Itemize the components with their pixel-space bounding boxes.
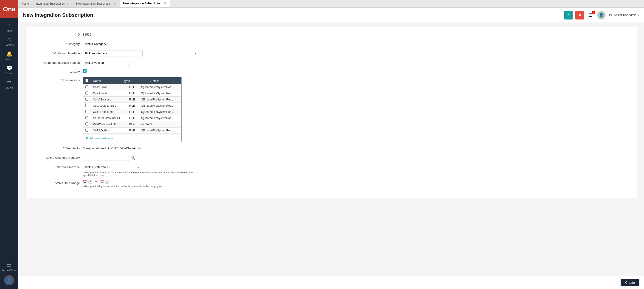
end-date-calendar-button[interactable]: 📅 [100, 180, 104, 184]
dest-row-details: ${SharedFileSystemRoo... [139, 115, 182, 121]
sidebar-item-switch[interactable]: ⇄ Switch [0, 77, 18, 91]
content-area: * ID: 82565 * Category: Pick a Category … [18, 22, 644, 276]
dest-row-checkbox[interactable] [86, 85, 88, 88]
ignore-changes-input[interactable] [83, 155, 129, 161]
dest-row-checkbox[interactable] [86, 104, 88, 107]
user-name: ONEIValueChainAdmin [608, 13, 636, 17]
start-time-button[interactable]: 🕐 [88, 180, 92, 184]
execute-as-label: * Execute As: [32, 145, 83, 150]
add-destination-link[interactable]: ⊕ Add new destination [83, 135, 182, 142]
user-avatar-bottom[interactable]: 👤 [4, 275, 14, 285]
timezone-note: When provide, Preferred Timezone will fo… [83, 171, 198, 177]
dest-row-check-cell [83, 90, 91, 97]
dest-row-details: ${SharedFileSystemRoo... [139, 84, 182, 90]
date-range-note: When provided, your subscription will on… [83, 185, 198, 188]
avatar: 👤 [597, 11, 606, 19]
sidebar-item-menus[interactable]: ☰ Menus/Favs [0, 260, 18, 274]
tab-integration-subscription-close[interactable]: ✕ [67, 2, 70, 5]
tab-home[interactable]: Home [18, 0, 32, 7]
ignore-changes-search-button[interactable]: 🔍 [130, 155, 136, 161]
dest-row-name: CustAError [91, 84, 127, 90]
table-row: CARAOutbox FILE ${SharedFileSystemRoo... [83, 128, 182, 134]
ignore-changes-label: Ignore Changes Made By: [32, 155, 83, 159]
form-row-id: * ID: 82565 [32, 31, 630, 38]
tabbar: Home Integration Subscription ✕ New Inte… [18, 0, 644, 7]
category-select-wrap: Pick a Category ▾ [83, 41, 112, 47]
end-time-button[interactable]: 🕐 [105, 180, 109, 184]
form-row-active: Active?: [32, 69, 630, 74]
id-label: * ID: [32, 31, 83, 36]
dest-row-check-cell [83, 97, 91, 103]
dest-row-checkbox[interactable] [86, 122, 88, 125]
sidebar-item-switch-label: Switch [6, 86, 13, 89]
destinations-body-table: CustAError FILE ${SharedFileSystemRoo...… [83, 84, 182, 135]
form-row-execute-as: * Execute As: TransportationAdmin/ONEIVa… [32, 145, 630, 151]
sidebar-bottom: ☰ Menus/Favs 👤 [0, 260, 18, 289]
sidebar-item-home[interactable]: ⌂ Home [0, 20, 18, 34]
plus-circle-icon: ⊕ [86, 136, 88, 140]
tab-nis1-label: New Integration Subscription [76, 2, 111, 5]
dest-col-type: Type [121, 77, 148, 84]
dest-row-name: CustASuccess [91, 97, 127, 103]
dest-row-type: FILE [127, 90, 139, 97]
page-title: New Integration Subscription [23, 12, 93, 18]
close-button[interactable]: ✕ [575, 11, 584, 19]
dest-row-type: FILE [127, 97, 139, 103]
close-icon: ✕ [578, 13, 582, 18]
start-date-calendar-button[interactable]: 📅 [83, 180, 87, 184]
home-icon: ⌂ [8, 22, 10, 28]
destinations-wrap: Name Type Details CustAError [83, 77, 630, 142]
dest-row-details: ${SharedFileSystemRoo... [139, 90, 182, 97]
table-row: CustAError FILE ${SharedFileSystemRoo... [83, 84, 182, 90]
dest-row-check-cell [83, 84, 91, 90]
destinations-table-body: CustAError FILE ${SharedFileSystemRoo...… [83, 84, 182, 135]
execute-as-value: TransportationAdmin/ONEIValueChainAdmin [83, 145, 142, 151]
menu-button[interactable]: ☰ 1 [586, 11, 595, 19]
date-range-label: Active Date Range: [32, 180, 83, 185]
problems-icon: ⚠ [7, 37, 12, 43]
dest-row-name: CustAFatal [91, 90, 127, 97]
tab-integration-subscription[interactable]: Integration Subscription ✕ [32, 0, 73, 7]
tab-nis2-label: New Integration Subscription [123, 2, 162, 5]
outbound-version-control-wrap: Pick a Version ▾ [83, 60, 198, 66]
table-row: CarrierAOutboundEDI FILE ${SharedFileSys… [83, 115, 182, 121]
create-button[interactable]: Create [620, 279, 640, 286]
destinations-table-container: Name Type Details CustAError [83, 77, 182, 142]
dest-row-checkbox[interactable] [86, 98, 88, 101]
tab-nis2-close[interactable]: ✕ [164, 1, 166, 5]
dest-row-checkbox[interactable] [86, 110, 88, 113]
sidebar-item-chats[interactable]: 💬 Chats [0, 63, 18, 77]
timezone-select[interactable]: Pick a preferred TZ [83, 164, 140, 170]
dest-row-checkbox[interactable] [86, 91, 88, 94]
active-checkbox[interactable] [83, 69, 86, 73]
dest-row-checkbox[interactable] [86, 116, 88, 119]
refresh-icon: ↻ [567, 13, 570, 18]
outbound-version-select[interactable]: Pick a Version [83, 60, 129, 66]
outbound-interface-select[interactable]: Pick an Interface [83, 50, 142, 56]
destinations-scroll-body: CustAError FILE ${SharedFileSystemRoo...… [83, 84, 182, 135]
tab-nis1-close[interactable]: ✕ [114, 2, 117, 5]
sidebar-item-problems[interactable]: ⚠ Problems [0, 34, 18, 49]
dest-row-check-cell [83, 103, 91, 109]
category-select[interactable]: Pick a Category [83, 41, 112, 47]
dest-row-checkbox[interactable] [86, 129, 88, 132]
user-info[interactable]: 👤 ONEIValueChainAdmin ▾ [597, 11, 640, 19]
table-row: P2PIOutboundEDI P2PI CGW-INS [83, 121, 182, 128]
refresh-button[interactable]: ↻ [564, 11, 573, 19]
tab-new-integration-subscription-1[interactable]: New Integration Subscription ✕ [73, 0, 120, 7]
dest-row-type: FILE [127, 84, 139, 90]
dest-row-name: CarrierAOutboundEDI [91, 115, 127, 121]
active-label: Active?: [32, 69, 83, 74]
destinations-header-row: Name Type Details [83, 77, 182, 84]
dest-select-all-checkbox[interactable] [86, 79, 88, 82]
dest-col-details: Details [148, 77, 182, 84]
table-row: CustAOutbound FILE ${SharedFileSystemRoo… [83, 109, 182, 115]
chats-icon: 💬 [6, 65, 12, 71]
table-row: CustAOutboundEDI FILE ${SharedFileSystem… [83, 103, 182, 109]
tab-new-integration-subscription-2[interactable]: New Integration Subscription ✕ [120, 0, 170, 7]
dest-row-details: ${SharedFileSystemRoo... [139, 128, 182, 134]
timezone-control-wrap: Pick a preferred TZ ▾ When provide, Pref… [83, 164, 198, 177]
dest-row-type: P2PI [127, 121, 139, 128]
sidebar-item-alerts[interactable]: 🔔 Alerts [0, 49, 18, 63]
menus-icon: ☰ [7, 262, 12, 268]
